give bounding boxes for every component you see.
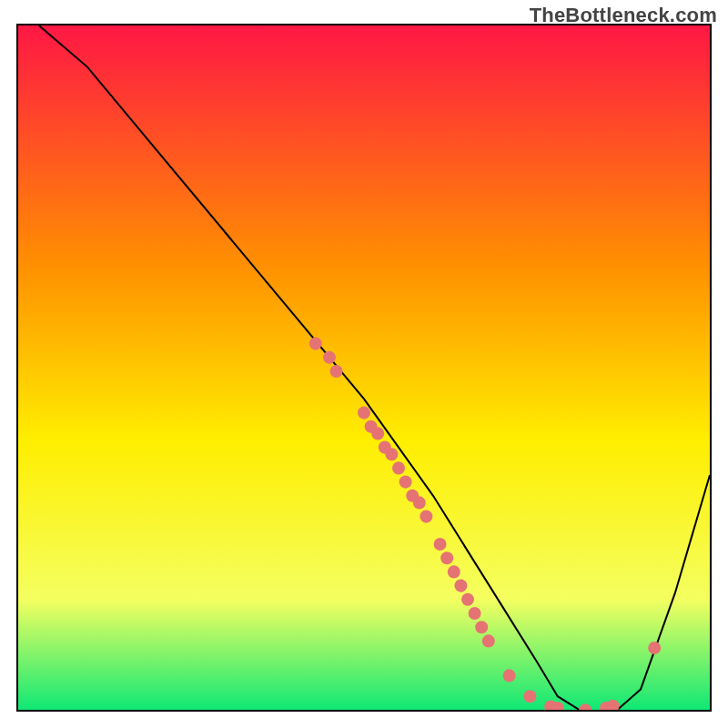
scatter-mid-cluster xyxy=(392,461,405,474)
scatter-right xyxy=(648,642,661,654)
scatter-mid-cluster xyxy=(371,427,384,440)
scatter-valley xyxy=(523,690,536,703)
scatter-lower-cluster xyxy=(482,634,495,647)
chart-container: TheBottleneck.com xyxy=(0,0,728,728)
scatter-left-cluster xyxy=(323,351,336,364)
plot-frame xyxy=(16,24,712,712)
scatter-left-cluster xyxy=(309,338,322,350)
scatter-lower-cluster xyxy=(448,565,460,578)
scatter-left-cluster xyxy=(330,365,343,378)
scatter-markers xyxy=(309,338,661,712)
watermark-text: TheBottleneck.com xyxy=(530,4,717,27)
scatter-lower-cluster xyxy=(434,538,447,551)
scatter-valley xyxy=(579,703,592,712)
scatter-lower-cluster xyxy=(475,621,488,633)
scatter-lower-cluster xyxy=(440,551,453,564)
scatter-valley xyxy=(607,700,620,712)
scatter-lower-cluster xyxy=(469,607,481,620)
scatter-lower-cluster xyxy=(454,580,467,592)
scatter-mid-cluster xyxy=(385,448,398,460)
scatter-mid-cluster xyxy=(358,407,370,420)
scatter-mid-cluster xyxy=(399,476,412,489)
bottleneck-curve xyxy=(39,25,710,712)
scatter-mid-cluster xyxy=(413,496,426,509)
scatter-lower-cluster xyxy=(461,593,474,606)
scatter-valley xyxy=(503,669,516,682)
plot-overlay xyxy=(18,25,710,712)
scatter-mid-cluster xyxy=(420,511,432,523)
